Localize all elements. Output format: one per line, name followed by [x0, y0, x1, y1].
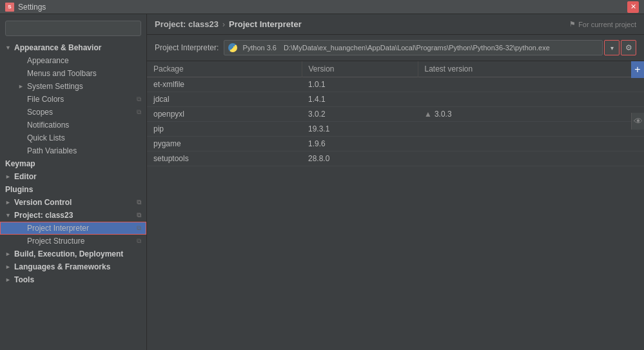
- sidebar-item-languages-frameworks[interactable]: ►Languages & Frameworks: [0, 260, 146, 273]
- sidebar-item-label: Tools: [14, 275, 34, 284]
- breadcrumb: Project: class23 › Project Interpreter ⚑…: [147, 14, 644, 35]
- version-cell: 1.0.1: [302, 77, 418, 92]
- sidebar-item-path-variables[interactable]: Path Variables: [0, 144, 146, 157]
- interpreter-name: Python 3.6: [242, 44, 277, 52]
- close-button[interactable]: ✕: [627, 1, 639, 13]
- latest-version-cell: [418, 92, 644, 107]
- sidebar-item-appearance-behavior[interactable]: ▼Appearance & Behavior: [0, 41, 146, 54]
- expand-arrow-icon: ►: [5, 277, 13, 283]
- sidebar-item-system-settings[interactable]: ►System Settings: [0, 80, 146, 93]
- sidebar-item-label: System Settings: [27, 82, 83, 91]
- sidebar-item-label: Editor: [14, 172, 37, 181]
- interpreter-dropdown-button[interactable]: ▾: [604, 40, 620, 55]
- breadcrumb-current: Project Interpreter: [229, 19, 302, 29]
- table-row[interactable]: pip19.3.1: [147, 122, 644, 137]
- latest-version-cell: ▲3.0.3: [418, 107, 644, 122]
- table-row[interactable]: setuptools28.8.0: [147, 151, 644, 166]
- sidebar: 🔍 ▼Appearance & BehaviorAppearanceMenus …: [0, 14, 147, 350]
- latest-version-cell: [418, 77, 644, 92]
- sidebar-item-label: Languages & Frameworks: [14, 262, 110, 271]
- sidebar-item-quick-lists[interactable]: Quick Lists: [0, 131, 146, 144]
- sidebar-item-label: Keymap: [5, 159, 35, 168]
- title-bar: S Settings ✕: [0, 0, 644, 14]
- sidebar-item-label: Project Structure: [27, 237, 84, 246]
- expand-arrow-icon: ►: [5, 251, 13, 257]
- package-name-cell: et-xmlfile: [147, 77, 302, 92]
- sidebar-item-keymap[interactable]: Keymap: [0, 157, 146, 170]
- sidebar-item-label: Menus and Toolbars: [27, 69, 97, 78]
- add-package-button[interactable]: +: [631, 61, 644, 78]
- packages-table: Package Version Latest version et-xmlfil…: [147, 61, 644, 166]
- breadcrumb-parent: Project: class23: [155, 19, 219, 29]
- search-container: 🔍: [0, 18, 146, 41]
- version-cell: 19.3.1: [302, 122, 418, 137]
- version-cell: 3.0.2: [302, 107, 418, 122]
- version-cell: 28.8.0: [302, 151, 418, 166]
- package-name-cell: openpyxl: [147, 107, 302, 122]
- breadcrumb-note: ⚑ For current project: [569, 20, 636, 28]
- table-row[interactable]: jdcal1.4.1: [147, 92, 644, 107]
- package-name-cell: jdcal: [147, 92, 302, 107]
- interpreter-label: Project Interpreter:: [155, 43, 219, 52]
- expand-arrow-icon: ▼: [5, 44, 13, 51]
- sidebar-item-version-control[interactable]: ►Version Control⧉: [0, 196, 146, 209]
- search-wrapper: 🔍: [5, 21, 141, 36]
- copy-icon: ⧉: [137, 211, 141, 219]
- sidebar-item-label: Project Interpreter: [27, 224, 89, 233]
- sidebar-item-label: File Colors: [27, 95, 64, 104]
- toggle-visibility-button[interactable]: 👁: [631, 113, 644, 130]
- copy-icon: ⧉: [137, 224, 141, 232]
- search-input[interactable]: [5, 21, 141, 36]
- interpreter-row: Project Interpreter: Python 3.6 D:\MyDat…: [147, 35, 644, 61]
- sidebar-item-label: Build, Execution, Deployment: [14, 249, 123, 258]
- sidebar-item-plugins[interactable]: Plugins: [0, 183, 146, 196]
- table-row[interactable]: pygame1.9.6: [147, 137, 644, 151]
- note-text: For current project: [578, 21, 636, 28]
- table-row[interactable]: openpyxl3.0.2▲3.0.3: [147, 107, 644, 122]
- sidebar-item-label: Appearance: [27, 56, 69, 65]
- title-bar-text: Settings: [18, 3, 46, 12]
- sidebar-item-editor[interactable]: ►Editor: [0, 170, 146, 183]
- sidebar-item-tools[interactable]: ►Tools: [0, 273, 146, 286]
- sidebar-item-project-class23[interactable]: ▼Project: class23⧉: [0, 209, 146, 222]
- app-icon: S: [5, 3, 14, 12]
- expand-arrow-icon: ▼: [5, 212, 13, 219]
- note-icon: ⚑: [569, 20, 576, 28]
- copy-icon: ⧉: [137, 199, 141, 206]
- sidebar-item-notifications[interactable]: Notifications: [0, 119, 146, 131]
- version-cell: 1.4.1: [302, 92, 418, 107]
- sidebar-item-scopes[interactable]: Scopes⧉: [0, 106, 146, 119]
- expand-arrow-icon: ►: [18, 83, 26, 90]
- latest-version-cell: [418, 137, 644, 151]
- interpreter-select[interactable]: Python 3.6 D:\MyData\ex_huangchen\AppDat…: [224, 40, 603, 55]
- sidebar-item-label: Version Control: [14, 198, 72, 207]
- copy-icon: ⧉: [137, 95, 141, 103]
- sidebar-item-appearance[interactable]: Appearance: [0, 54, 146, 67]
- interpreter-select-container: Python 3.6 D:\MyData\ex_huangchen\AppDat…: [224, 40, 636, 55]
- content-area: Project: class23 › Project Interpreter ⚑…: [147, 14, 644, 350]
- expand-arrow-icon: ►: [5, 199, 13, 206]
- sidebar-item-label: Notifications: [27, 121, 69, 130]
- sidebar-item-build-exec-deploy[interactable]: ►Build, Execution, Deployment: [0, 248, 146, 260]
- sidebar-item-label: Quick Lists: [27, 133, 65, 142]
- sidebar-item-menus-toolbars[interactable]: Menus and Toolbars: [0, 67, 146, 80]
- sidebar-items-container: ▼Appearance & BehaviorAppearanceMenus an…: [0, 41, 146, 286]
- packages-table-container: Package Version Latest version et-xmlfil…: [147, 61, 644, 350]
- sidebar-item-label: Plugins: [5, 185, 33, 194]
- breadcrumb-separator: ›: [222, 20, 225, 29]
- sidebar-item-label: Scopes: [27, 108, 53, 117]
- sidebar-item-project-structure[interactable]: Project Structure⧉: [0, 235, 146, 248]
- sidebar-item-project-interpreter[interactable]: Project Interpreter⧉: [0, 222, 146, 235]
- interpreter-path: D:\MyData\ex_huangchen\AppData\Local\Pro…: [284, 44, 598, 52]
- sidebar-item-label: Appearance & Behavior: [14, 43, 101, 52]
- python-icon: [228, 43, 237, 52]
- copy-icon: ⧉: [137, 237, 141, 245]
- sidebar-item-label: Project: class23: [14, 211, 73, 220]
- version-cell: 1.9.6: [302, 137, 418, 151]
- sidebar-item-file-colors[interactable]: File Colors⧉: [0, 93, 146, 106]
- main-container: 🔍 ▼Appearance & BehaviorAppearanceMenus …: [0, 14, 644, 350]
- package-name-cell: setuptools: [147, 151, 302, 166]
- interpreter-settings-button[interactable]: ⚙: [621, 40, 636, 55]
- col-version: Version: [302, 61, 418, 77]
- table-row[interactable]: et-xmlfile1.0.1: [147, 77, 644, 92]
